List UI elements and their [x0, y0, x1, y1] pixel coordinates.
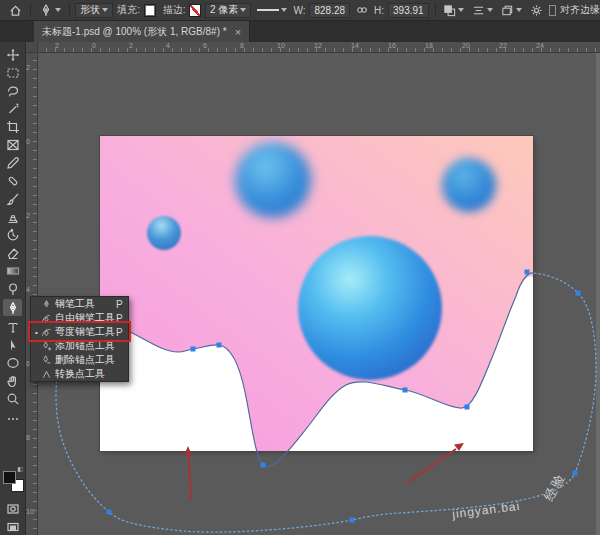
menu-item-pen-tool[interactable]: 钢笔工具 P — [31, 297, 128, 311]
chevron-down-icon — [487, 8, 493, 12]
horizontal-ruler[interactable]: 2024681012141618202224 — [37, 42, 600, 53]
blue-sphere-small — [147, 216, 181, 250]
v-ruler-label: 4 — [26, 286, 30, 293]
align-edges-checkbox[interactable] — [549, 5, 556, 16]
edit-toolbar-icon[interactable] — [3, 410, 22, 427]
gear-icon[interactable] — [528, 1, 545, 19]
menu-item-shortcut: P — [116, 299, 128, 310]
width-input[interactable]: 828.28 — [309, 3, 350, 18]
watermark-rotated-text: 经验 — [540, 470, 570, 505]
foreground-color-swatch[interactable] — [3, 471, 16, 484]
close-tab-icon[interactable]: × — [235, 26, 241, 38]
stroke-color-swatch[interactable] — [189, 4, 201, 17]
document-tab[interactable]: 未标题-1.psd @ 100% (形状 1, RGB/8#) * × — [34, 21, 250, 42]
chevron-down-icon — [458, 8, 464, 12]
pen-icon — [41, 299, 52, 310]
h-ruler-label: 6 — [203, 42, 207, 49]
vertical-ruler[interactable]: 20246810 — [25, 42, 38, 535]
quick-mask-icon[interactable] — [3, 500, 22, 517]
blue-sphere-top — [235, 142, 311, 218]
h-ruler-label: 16 — [388, 42, 396, 49]
chevron-down-icon — [516, 8, 522, 12]
convert-point-icon — [41, 369, 52, 380]
stroke-type-select[interactable] — [255, 1, 289, 19]
add-anchor-icon — [41, 341, 52, 352]
width-label: W: — [293, 5, 305, 16]
menu-item-label: 自由钢笔工具 — [55, 311, 116, 325]
ruler-corner — [25, 42, 38, 53]
chevron-down-icon — [281, 8, 287, 12]
v-ruler-label: 0 — [26, 138, 30, 145]
chevron-down-icon — [240, 8, 246, 12]
blue-sphere-right — [442, 158, 496, 212]
h-ruler-label: 18 — [425, 42, 433, 49]
tool-mode-select[interactable]: 形状 — [75, 3, 113, 18]
document-tab-bar: 未标题-1.psd @ 100% (形状 1, RGB/8#) * × — [0, 21, 600, 42]
link-dimensions-icon[interactable] — [354, 1, 370, 19]
tool-preset-pen-icon[interactable] — [37, 1, 63, 19]
menu-item-label: 删除锚点工具 — [55, 353, 116, 367]
path-arrangement-icon[interactable] — [499, 1, 524, 19]
shape-tool[interactable] — [3, 354, 22, 371]
h-ruler-label: 8 — [240, 42, 244, 49]
h-ruler-label: 2 — [55, 42, 59, 49]
marquee-tool[interactable] — [3, 64, 22, 81]
lasso-tool[interactable] — [3, 82, 22, 99]
path-selection-tool[interactable] — [3, 336, 22, 353]
divider — [435, 3, 436, 17]
move-tool[interactable] — [3, 46, 22, 63]
h-ruler-label: 2 — [129, 42, 133, 49]
history-brush-tool[interactable] — [3, 226, 22, 243]
scrollbar[interactable] — [596, 52, 600, 535]
path-alignment-icon[interactable] — [470, 1, 495, 19]
menu-item-shortcut: P — [116, 327, 128, 338]
height-input[interactable]: 393.91 — [388, 3, 429, 18]
line-style-preview — [257, 9, 279, 11]
path-operations-icon[interactable] — [441, 1, 466, 19]
color-swatches[interactable]: ◧ — [3, 470, 23, 492]
height-label: H: — [374, 5, 384, 16]
watermark-text: jingyan.bai — [451, 499, 521, 521]
home-icon[interactable] — [7, 1, 24, 19]
h-ruler-label: 20 — [462, 42, 470, 49]
magic-wand-tool[interactable] — [3, 100, 22, 117]
frame-tool[interactable] — [3, 136, 22, 153]
pen-tool[interactable] — [3, 299, 22, 316]
tool-mode-value: 形状 — [80, 3, 100, 17]
crop-tool[interactable] — [3, 118, 22, 135]
zoom-tool[interactable] — [3, 390, 22, 407]
hand-tool[interactable] — [3, 372, 22, 389]
h-ruler-label: 14 — [351, 42, 359, 49]
divider — [30, 3, 31, 17]
menu-item-convert-point-tool[interactable]: 转换点工具 — [31, 367, 128, 381]
stroke-label: 描边: — [163, 3, 186, 17]
healing-brush-tool[interactable] — [3, 172, 22, 189]
menu-item-curvature-pen-tool[interactable]: • 弯度钢笔工具 P — [31, 325, 128, 339]
type-tool[interactable] — [3, 318, 22, 335]
v-ruler-label: 2 — [26, 212, 30, 219]
eraser-tool[interactable] — [3, 244, 22, 261]
menu-item-add-anchor-tool[interactable]: 添加锚点工具 — [31, 339, 128, 353]
document-canvas[interactable] — [100, 136, 533, 451]
menu-item-shortcut: P — [116, 313, 128, 324]
brush-tool[interactable] — [3, 190, 22, 207]
options-bar: 形状 填充: 描边: 2 像素 W: 828.28 H: 393.91 — [0, 0, 600, 21]
v-ruler-label: 10 — [26, 508, 34, 515]
stroke-width-select[interactable]: 2 像素 — [205, 3, 251, 18]
default-colors-icon[interactable]: ◧ — [17, 465, 23, 472]
gradient-tool[interactable] — [3, 262, 22, 279]
pen-tools-flyout-menu: 钢笔工具 P 自由钢笔工具 P • 弯度钢笔工具 P 添加锚点工具 删除锚点工具… — [30, 296, 129, 382]
screen-mode-icon[interactable] — [3, 518, 22, 535]
align-edges-label: 对齐边缘 — [560, 3, 600, 17]
menu-item-label: 转换点工具 — [55, 367, 116, 381]
freeform-pen-icon — [41, 313, 52, 324]
menu-item-freeform-pen-tool[interactable]: 自由钢笔工具 P — [31, 311, 128, 325]
clone-stamp-tool[interactable] — [3, 208, 22, 225]
menu-item-label: 钢笔工具 — [55, 297, 116, 311]
fill-color-swatch[interactable] — [144, 4, 156, 17]
width-value: 828.28 — [314, 5, 345, 16]
delete-anchor-icon — [41, 355, 52, 366]
eyedropper-tool[interactable] — [3, 154, 22, 171]
menu-item-delete-anchor-tool[interactable]: 删除锚点工具 — [31, 353, 128, 367]
dodge-tool[interactable] — [3, 280, 22, 297]
